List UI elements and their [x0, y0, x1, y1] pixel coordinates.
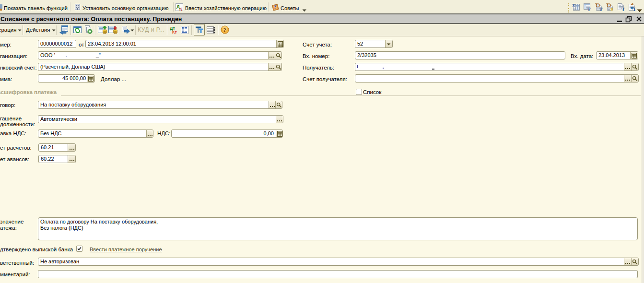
svg-text:T: T — [621, 6, 625, 12]
svg-text:?: ? — [223, 27, 226, 34]
svg-text:К: К — [179, 6, 182, 12]
svg-text:?: ? — [274, 3, 277, 10]
svg-text:T: T — [587, 6, 591, 12]
svg-text:Кт: Кт — [172, 30, 177, 34]
svg-text:T: T — [599, 6, 603, 12]
svg-text:T: T — [633, 6, 637, 12]
svg-text:Σ: Σ — [572, 3, 575, 8]
